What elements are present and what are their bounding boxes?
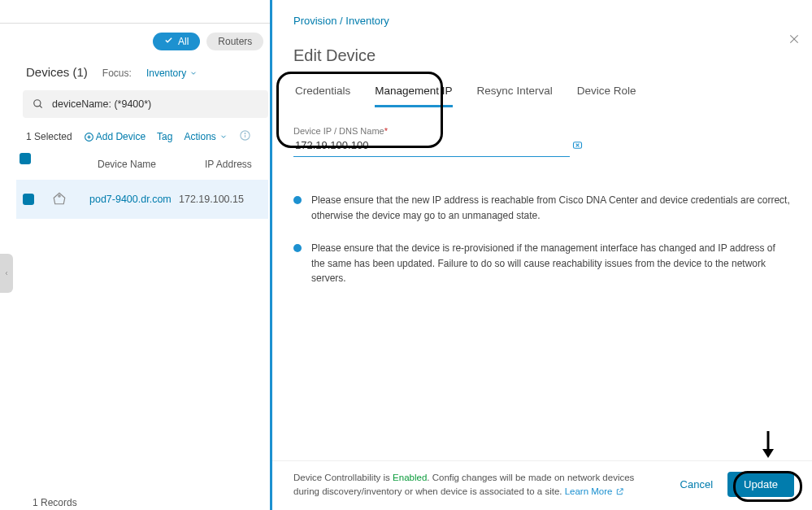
panel-title: Edit Device: [293, 46, 791, 65]
add-device-button[interactable]: Add Device: [84, 131, 145, 142]
guide-arrow: [758, 429, 778, 461]
filter-pill-all[interactable]: All: [153, 33, 200, 50]
device-ip-input[interactable]: [293, 136, 570, 157]
side-expand-tab[interactable]: [0, 254, 13, 293]
tab-resync-interval[interactable]: Resync Interval: [477, 85, 553, 107]
device-ip: 172.19.100.15: [179, 194, 244, 205]
close-icon[interactable]: [788, 33, 801, 48]
table-row[interactable]: pod7-9400.dr.com 172.19.100.15: [16, 180, 268, 219]
notice-1: Please ensure that the new IP address is…: [293, 193, 791, 223]
svg-line-5: [40, 106, 42, 108]
focus-label: Focus:: [102, 68, 132, 79]
panel-breadcrumb[interactable]: Provision / Inventory: [293, 15, 791, 27]
device-name-link[interactable]: pod7-9400.dr.com: [89, 194, 179, 205]
chevron-down-icon: [219, 133, 228, 141]
info-icon[interactable]: [239, 129, 251, 144]
tab-management-ip[interactable]: Management IP: [375, 85, 452, 107]
notice-2: Please ensure that the device is re-prov…: [293, 241, 791, 286]
tag-icon[interactable]: [52, 191, 70, 208]
filter-pill-all-label: All: [178, 36, 189, 47]
chevron-down-icon: [189, 69, 198, 77]
field-label: Device IP / DNS Name*: [293, 126, 791, 136]
cancel-button[interactable]: Cancel: [680, 478, 713, 490]
records-footer: 1 Records: [33, 497, 77, 508]
focus-dropdown[interactable]: Inventory: [146, 68, 198, 79]
header-checkbox[interactable]: [20, 153, 31, 164]
tag-button[interactable]: Tag: [157, 131, 172, 142]
svg-point-4: [34, 100, 41, 107]
search-input[interactable]: deviceName: (*9400*): [23, 90, 268, 118]
clear-input-icon[interactable]: [571, 139, 584, 154]
actions-dropdown[interactable]: Actions: [184, 131, 227, 142]
svg-marker-19: [762, 449, 774, 458]
filter-pill-routers[interactable]: Routers: [206, 33, 263, 50]
col-ip-address[interactable]: IP Address: [205, 159, 252, 170]
plus-circle-icon: [84, 132, 94, 142]
selected-count: 1 Selected: [26, 131, 72, 142]
chevron-left-icon: [3, 268, 10, 278]
learn-more-link[interactable]: Learn More: [565, 486, 624, 496]
update-button[interactable]: Update: [727, 472, 794, 497]
tab-device-role[interactable]: Device Role: [577, 85, 636, 107]
search-icon: [33, 98, 44, 110]
svg-point-12: [59, 194, 60, 196]
row-checkbox[interactable]: [23, 194, 34, 205]
svg-point-11: [245, 133, 245, 134]
edit-device-panel: Provision / Inventory Edit Device Creden…: [270, 0, 812, 510]
col-device-name[interactable]: Device Name: [98, 159, 156, 170]
bullet-icon: [293, 196, 302, 204]
check-icon: [164, 36, 173, 47]
devices-heading: Devices (1): [26, 65, 88, 79]
tab-credentials[interactable]: Credentials: [295, 85, 350, 107]
search-text: deviceName: (*9400*): [52, 98, 151, 110]
bullet-icon: [293, 244, 302, 252]
external-link-icon: [615, 487, 624, 496]
footer-text: Device Controllability is Enabled. Confi…: [293, 471, 651, 499]
